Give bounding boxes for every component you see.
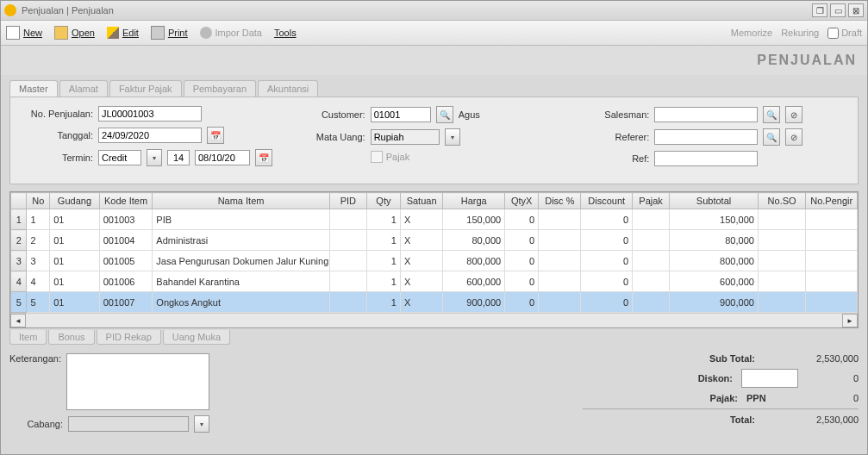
col-gudang[interactable]: Gudang <box>50 193 100 209</box>
tab-item[interactable]: Item <box>9 330 47 345</box>
tab-faktur-pajak[interactable]: Faktur Pajak <box>109 80 182 97</box>
scroll-right-icon[interactable]: ► <box>842 314 858 327</box>
no-penjualan-label: No. Penjualan: <box>21 109 93 119</box>
page-banner: PENJUALAN <box>1 46 867 75</box>
pajak-total-label: Pajak: <box>660 393 738 403</box>
col-noso[interactable]: No.SO <box>758 193 805 209</box>
grid-hscrollbar[interactable]: ◄ ► <box>10 313 858 327</box>
detail-tabs: Item Bonus PID Rekap Uang Muka <box>9 330 859 345</box>
termin-dropdown-icon[interactable]: ▾ <box>147 149 162 166</box>
col-pajak[interactable]: Pajak <box>633 193 670 209</box>
table-row[interactable]: 5501001007Ongkos Angkut1X900,00000900,00… <box>11 292 858 313</box>
referer-label: Referer: <box>589 132 649 142</box>
tab-bonus[interactable]: Bonus <box>48 330 94 345</box>
customer-code-input[interactable] <box>371 107 431 122</box>
table-row[interactable]: 1101001003PIB1X150,00000150,000 <box>11 209 858 230</box>
customer-label: Customer: <box>305 109 365 120</box>
col-pid[interactable]: PID <box>329 193 366 209</box>
maximize-button[interactable]: ▭ <box>830 3 846 17</box>
mata-uang-dropdown-icon[interactable]: ▾ <box>445 128 460 146</box>
cabang-select[interactable] <box>68 416 189 432</box>
col-kode[interactable]: Kode Item <box>99 193 153 209</box>
new-icon <box>6 26 20 40</box>
app-logo-icon <box>4 4 16 16</box>
col-discp[interactable]: Disc % <box>539 193 581 209</box>
items-grid[interactable]: No Gudang Kode Item Nama Item PID Qty Sa… <box>9 191 859 328</box>
edit-icon <box>107 27 119 39</box>
col-nopengir[interactable]: No.Pengir <box>806 193 858 209</box>
cabang-dropdown-icon[interactable]: ▾ <box>194 415 209 433</box>
tab-akuntansi[interactable]: Akuntansi <box>258 80 318 97</box>
toolbar: New Open Edit Print Impor Data Tools Mem… <box>1 21 867 46</box>
open-button[interactable]: Open <box>54 26 95 40</box>
total-value: 2,530,000 <box>764 414 859 425</box>
col-nama[interactable]: Nama Item <box>153 193 329 209</box>
print-button[interactable]: Print <box>151 26 188 40</box>
import-button[interactable]: Impor Data <box>200 27 262 39</box>
mata-uang-select[interactable] <box>371 129 440 145</box>
table-row[interactable]: 4401001006Bahandel Karantina1X600,000006… <box>11 271 858 292</box>
termin-select[interactable] <box>98 150 141 165</box>
ref-input[interactable] <box>654 151 758 166</box>
subtotal-value: 2,530,000 <box>764 353 859 364</box>
new-button[interactable]: New <box>6 26 42 40</box>
termin-calendar-icon[interactable]: 📅 <box>255 149 272 166</box>
termin-days-input[interactable] <box>167 150 190 165</box>
rekuring-button[interactable]: Rekuring <box>781 28 819 38</box>
keterangan-label: Keterangan: <box>9 353 61 410</box>
referer-input[interactable] <box>654 129 758 145</box>
totals-panel: Sub Total:2,530,000 Diskon:0 Pajak:PPN0 … <box>583 353 859 433</box>
diskon-input[interactable] <box>741 369 798 388</box>
col-subtotal[interactable]: Subtotal <box>670 193 759 209</box>
memorize-button[interactable]: Memorize <box>731 28 772 38</box>
salesman-search-icon[interactable]: 🔍 <box>763 106 780 123</box>
no-penjualan-input[interactable] <box>98 106 202 122</box>
col-qtyx[interactable]: QtyX <box>505 193 539 209</box>
scroll-left-icon[interactable]: ◄ <box>10 314 26 327</box>
restore-down-button[interactable]: ❐ <box>812 3 827 17</box>
salesman-clear-icon[interactable]: ⊘ <box>785 106 802 123</box>
salesman-input[interactable] <box>654 107 758 122</box>
customer-search-icon[interactable]: 🔍 <box>436 106 453 123</box>
import-icon <box>200 27 212 39</box>
tab-uang-muka[interactable]: Uang Muka <box>163 330 230 345</box>
ref-label: Ref: <box>589 153 649 164</box>
diskon-value: 0 <box>807 373 859 383</box>
referer-clear-icon[interactable]: ⊘ <box>785 128 802 146</box>
tab-pembayaran[interactable]: Pembayaran <box>184 80 256 97</box>
window-title: Penjualan | Penjualan <box>22 5 809 16</box>
pajak-value: 0 <box>807 393 859 403</box>
header-panel: No. Penjualan: Tanggal: 📅 Termin: ▾ 📅 Cu… <box>9 97 859 184</box>
col-qty[interactable]: Qty <box>366 193 400 209</box>
keterangan-input[interactable] <box>66 353 209 410</box>
mata-uang-label: Mata Uang: <box>305 132 365 142</box>
tanggal-input[interactable] <box>98 128 202 143</box>
pajak-checkbox[interactable]: Pajak <box>371 151 410 163</box>
open-icon <box>54 26 68 40</box>
col-discount[interactable]: Discount <box>581 193 633 209</box>
pajak-name: PPN <box>746 393 798 403</box>
tanggal-label: Tanggal: <box>21 130 93 140</box>
tab-pid-rekap[interactable]: PID Rekap <box>97 330 161 345</box>
tab-master[interactable]: Master <box>9 80 58 97</box>
header-tabs: Master Alamat Faktur Pajak Pembayaran Ak… <box>9 80 859 97</box>
diskon-label: Diskon: <box>655 373 733 383</box>
termin-due-input[interactable] <box>195 150 250 165</box>
tools-button[interactable]: Tools <box>274 28 297 38</box>
table-row[interactable]: 3301001005Jasa Pengurusan Dokumen Jalur … <box>11 251 858 271</box>
col-harga[interactable]: Harga <box>443 193 505 209</box>
table-row[interactable]: 2201001004Administrasi1X80,0000080,000 <box>11 230 858 251</box>
referer-search-icon[interactable]: 🔍 <box>763 128 780 146</box>
tab-alamat[interactable]: Alamat <box>59 80 108 97</box>
edit-button[interactable]: Edit <box>107 27 139 39</box>
print-icon <box>151 26 165 40</box>
col-satuan[interactable]: Satuan <box>400 193 442 209</box>
titlebar: Penjualan | Penjualan ❐ ▭ ⊠ <box>1 1 867 21</box>
termin-label: Termin: <box>21 153 93 163</box>
col-rowhdr <box>11 193 27 209</box>
subtotal-label: Sub Total: <box>678 353 755 364</box>
draft-checkbox[interactable]: Draft <box>827 28 862 39</box>
col-no[interactable]: No <box>27 193 50 209</box>
close-button[interactable]: ⊠ <box>848 3 864 17</box>
tanggal-calendar-icon[interactable]: 📅 <box>207 127 224 144</box>
